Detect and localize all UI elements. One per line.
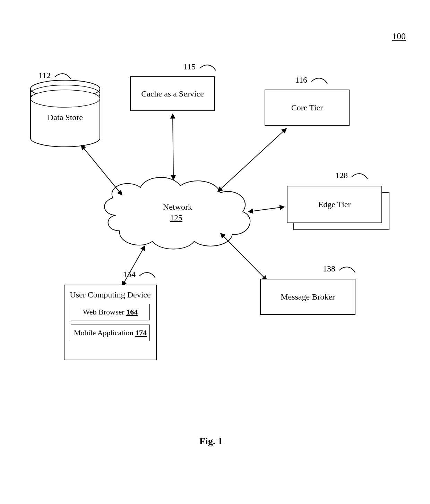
leader-112 — [55, 74, 71, 79]
arrow-core-network — [218, 128, 286, 192]
arrow-datastore-network — [81, 145, 122, 195]
core-tier-box: Core Tier — [265, 90, 350, 126]
edge-label: Edge Tier — [318, 200, 351, 209]
network-label: Network — [157, 202, 198, 212]
diagram-svg — [0, 0, 430, 504]
ref-115: 115 — [183, 62, 196, 72]
web-browser-label: Web Browser — [83, 308, 124, 317]
svg-point-2 — [31, 90, 100, 107]
figure-reference: 100 — [392, 31, 406, 42]
ref-112: 112 — [38, 71, 51, 80]
core-label: Core Tier — [291, 103, 323, 112]
leader-128 — [352, 174, 368, 179]
web-browser-box: Web Browser 164 — [71, 304, 150, 320]
ref-128: 128 — [335, 171, 348, 180]
svg-point-1 — [31, 85, 100, 102]
user-device-box: User Computing Device Web Browser 164 Mo… — [64, 285, 157, 360]
user-device-label: User Computing Device — [70, 290, 150, 300]
svg-point-0 — [31, 80, 100, 98]
cache-label: Cache as a Service — [141, 89, 204, 99]
data-store-label: Data Store — [45, 113, 85, 122]
arrow-broker-network — [221, 233, 267, 280]
mobile-app-label: Mobile Application — [74, 328, 134, 337]
leader-115 — [200, 65, 216, 70]
leader-116 — [311, 78, 327, 84]
mobile-app-box: Mobile Application 174 — [71, 325, 150, 341]
web-browser-ref: 164 — [126, 308, 138, 317]
cache-box: Cache as a Service — [130, 76, 215, 111]
leader-154 — [139, 272, 155, 278]
arrow-user-network — [122, 246, 145, 286]
arrow-edge-network — [248, 207, 284, 212]
figure-canvas: 100 — [0, 0, 430, 504]
mobile-app-ref: 174 — [135, 328, 147, 337]
ref-116: 116 — [295, 75, 307, 85]
network-ref: 125 — [170, 213, 182, 222]
message-broker-box: Message Broker — [260, 279, 355, 315]
arrow-cache-network — [173, 114, 173, 180]
ref-154: 154 — [123, 270, 136, 279]
edge-tier-box: Edge Tier — [287, 186, 382, 223]
ref-138: 138 — [323, 264, 335, 274]
broker-label: Message Broker — [281, 292, 335, 302]
leader-138 — [339, 267, 355, 272]
figure-caption: Fig. 1 — [199, 436, 223, 447]
